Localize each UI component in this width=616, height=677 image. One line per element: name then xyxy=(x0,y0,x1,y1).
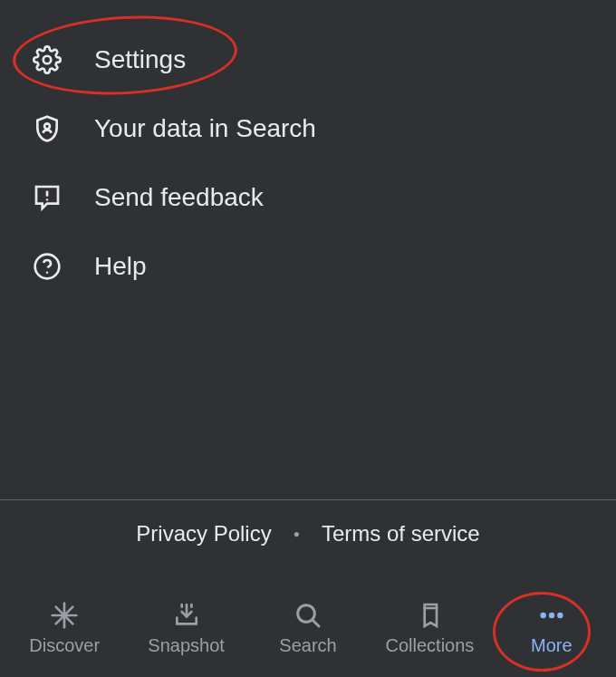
privacy-policy-link[interactable]: Privacy Policy xyxy=(136,521,271,546)
svg-point-5 xyxy=(46,271,48,273)
nav-snapshot[interactable]: Snapshot xyxy=(125,601,246,656)
footer-links: Privacy Policy ● Terms of service xyxy=(0,521,616,546)
svg-point-0 xyxy=(43,56,52,64)
help-menu-item[interactable]: Help xyxy=(0,232,616,301)
svg-point-3 xyxy=(46,198,48,200)
nav-label: Search xyxy=(279,635,336,656)
gear-icon xyxy=(33,45,62,74)
more-icon xyxy=(537,601,566,630)
menu-item-label: Settings xyxy=(94,45,186,74)
svg-point-15 xyxy=(540,612,545,617)
search-icon xyxy=(294,601,322,630)
separator-dot: ● xyxy=(294,527,300,540)
nav-label: Discover xyxy=(29,635,100,656)
nav-label: Collections xyxy=(386,635,475,656)
svg-point-1 xyxy=(44,123,50,129)
svg-point-16 xyxy=(549,612,554,617)
menu-item-label: Send feedback xyxy=(94,183,264,212)
svg-line-14 xyxy=(313,619,319,625)
nav-collections[interactable]: Collections xyxy=(369,601,490,656)
feedback-icon xyxy=(33,183,62,212)
more-menu-list: Settings Your data in Search Send feedba… xyxy=(0,0,616,301)
shield-account-icon xyxy=(33,114,62,143)
nav-more[interactable]: More xyxy=(491,601,612,656)
nav-label: More xyxy=(531,635,573,656)
nav-search[interactable]: Search xyxy=(247,601,369,656)
send-feedback-menu-item[interactable]: Send feedback xyxy=(0,163,616,232)
collections-icon xyxy=(415,601,444,630)
snapshot-icon xyxy=(172,601,201,630)
nav-label: Snapshot xyxy=(148,635,225,656)
settings-menu-item[interactable]: Settings xyxy=(0,25,616,94)
terms-of-service-link[interactable]: Terms of service xyxy=(322,521,480,546)
footer-divider xyxy=(0,499,616,500)
svg-point-17 xyxy=(557,612,563,617)
nav-discover[interactable]: Discover xyxy=(4,601,125,656)
help-icon xyxy=(33,252,62,281)
bottom-navigation: Discover Snapshot Search xyxy=(0,586,616,677)
your-data-menu-item[interactable]: Your data in Search xyxy=(0,94,616,163)
menu-item-label: Your data in Search xyxy=(94,114,316,143)
menu-item-label: Help xyxy=(94,252,147,281)
discover-icon xyxy=(50,601,79,630)
